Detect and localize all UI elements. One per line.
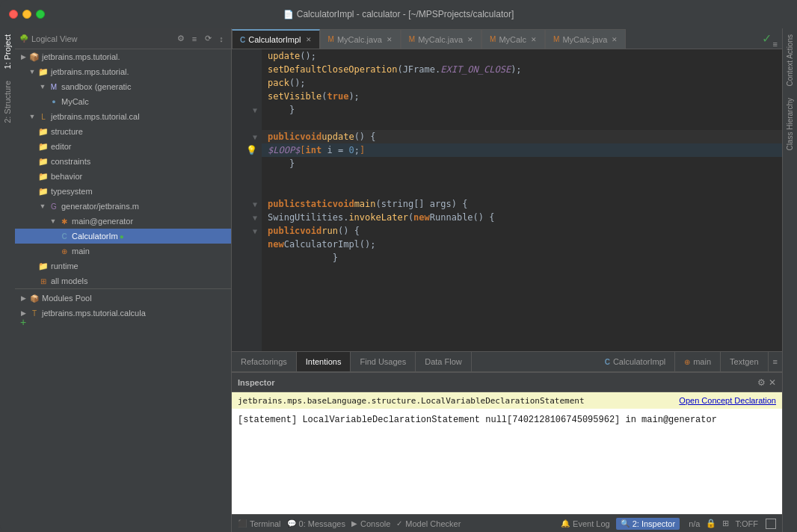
close-button[interactable] [9,10,18,19]
minimize-button[interactable] [22,10,31,19]
code-content[interactable]: update(); setDefaultCloseOperation(JFram… [262,49,782,351]
tab-close-mycalc3[interactable]: ✕ [531,36,537,43]
tree-item-3[interactable]: ▼ M sandbox (generatic [15,79,231,94]
tree-item-8[interactable]: 📁 constraints [15,154,231,169]
tree-label-7: editor [51,142,72,151]
main-circle-icon: ⊕ [684,358,690,366]
tree-label-11: generator/jetbrains.m [61,202,139,211]
main-content: 1: Project 2: Structure 🌳 Logical View ⚙… [0,28,797,532]
event-log-icon: 🔔 [561,519,570,528]
context-actions-tab[interactable]: Context Actions [784,28,796,92]
tab-close-calcimpl[interactable]: ✕ [306,36,312,43]
gutter-5: ▼ [232,103,262,117]
sidebar-expand-icon[interactable]: ↕ [216,34,227,44]
tab-textgen[interactable]: Textgen [721,352,769,371]
tree-item-4[interactable]: ● MyCalc [15,94,231,109]
tab-calcimpl2[interactable]: C CalculatorImpl [596,352,676,371]
tab-data-flow[interactable]: Data Flow [416,352,472,371]
messages-status[interactable]: 💬 0: Messages [287,519,345,528]
open-concept-link[interactable]: Open Concept Declaration [679,396,776,405]
concept-icon-3: M [48,81,60,93]
pkg-icon-5: L [37,111,49,123]
tab-mycalc4[interactable]: M MyCalc.java ✕ [545,29,626,49]
editor-bottom-tabs: Refactorings Intentions Find Usages Data… [232,351,782,372]
code-line-15: new CalculatorImpl(); [262,238,782,251]
tab-close-mycalc4[interactable]: ✕ [612,36,618,43]
code-line-14: public void run() { [262,224,782,238]
tree-arrow-12: ▼ [48,216,58,226]
inspector-close-icon[interactable]: ✕ [769,377,776,388]
gutter-12: ▼ [232,197,262,211]
console-status[interactable]: ▶ Console [351,519,390,528]
tab-refactorings[interactable]: Refactorings [232,352,297,371]
tree-item-2[interactable]: ▼ 📁 jetbrains.mps.tutorial. [15,64,231,79]
sidebar-gear-icon[interactable]: ⚙ [176,34,186,44]
tree-item-15[interactable]: 📁 runtime [15,259,231,273]
gutter-6 [232,117,262,130]
structure-tab[interactable]: 2: Structure [1,75,13,129]
tab-intentions[interactable]: Intentions [297,352,351,371]
inspector-status[interactable]: 🔍 2: Inspector [616,518,680,530]
tab-close-mycalc1[interactable]: ✕ [387,36,393,43]
add-button[interactable]: + [18,317,28,327]
project-tab[interactable]: 1: Project [1,28,13,75]
gutter-4 [232,90,262,103]
gutter-10 [232,170,262,184]
generator-icon-11: G [48,200,60,212]
tree-item-9[interactable]: 📁 behavior [15,169,231,184]
tree-item-13[interactable]: C CalculatorIm ● [15,229,231,244]
sidebar: 🌳 Logical View ⚙ ≡ ⟳ ↕ ▶ 📦 jetbrains.mps… [15,28,232,532]
tab-mycalc2[interactable]: M MyCalc.java ✕ [401,29,481,49]
sidebar-settings-icon[interactable]: ⟳ [203,34,213,44]
fold-marker-7: ▼ [253,133,257,141]
tree-label-8: constraints [51,157,90,166]
inspector-gear-icon[interactable]: ⚙ [757,377,766,388]
tab-calcimpl[interactable]: C CalculatorImpl ✕ [232,29,320,49]
tab-main[interactable]: ⊕ main [675,352,721,371]
tree-item-11[interactable]: ▼ G generator/jetbrains.m [15,199,231,214]
tab-data-flow-label: Data Flow [425,357,462,366]
inspector-toolbar: Inspector ⚙ ✕ [232,373,782,392]
tree-item-16[interactable]: ⊞ all models [15,273,231,288]
modules-pool-item[interactable]: ▶ 📦 Modules Pool [15,291,231,306]
main-icon-14: ⊕ [58,245,70,257]
tree-item-5[interactable]: ▼ L jetbrains.mps.tutorial.cal [15,109,231,124]
package-icon-1: 📦 [28,51,40,63]
tab-mycalc3[interactable]: M MyCalc ✕ [481,29,545,49]
inspector-path-text: jetbrains.mps.baseLanguage.structure.Loc… [238,396,585,406]
lock-icon: 🔒 [706,519,716,528]
tree-item-14[interactable]: ⊕ main [15,244,231,259]
code-line-11 [262,184,782,197]
sidebar-title: Logical View [31,34,78,43]
maximize-button[interactable] [36,10,45,19]
tree-item-7[interactable]: 📁 editor [15,139,231,154]
tutorial-item[interactable]: ▶ T jetbrains.mps.tutorial.calcula [15,306,231,321]
model-checker-status[interactable]: ✓ Model Checker [396,519,461,528]
fold-marker-13: ▼ [253,214,257,222]
inspector-panel: Inspector ⚙ ✕ jetbrains.mps.baseLanguage… [232,372,782,514]
tab-find-usages-label: Find Usages [360,357,406,366]
class-hierarchy-tab[interactable]: Class Hierarchy [784,92,796,157]
event-log-status[interactable]: 🔔 Event Log [561,519,610,528]
bottom-overflow[interactable]: ≡ [769,357,782,366]
tab-find-usages[interactable]: Find Usages [351,352,416,371]
tab-mycalc1[interactable]: M MyCalc.java ✕ [320,29,401,49]
terminal-status[interactable]: ⬛ Terminal [238,519,281,528]
tree-item-1[interactable]: ▶ 📦 jetbrains.mps.tutorial. [15,49,231,64]
tab-close-mycalc2[interactable]: ✕ [467,36,473,43]
gutter-13: ▼ [232,211,262,224]
tree-item-10[interactable]: 📁 typesystem [15,184,231,199]
messages-label: 0: Messages [299,519,345,528]
tree-label-14: main [72,247,90,256]
tab-c-icon: C [240,36,245,44]
tree-item-12[interactable]: ▼ ✱ main@generator [15,214,231,229]
project-tree: ▶ 📦 jetbrains.mps.tutorial. ▼ 📁 jetbrain… [15,49,231,532]
sidebar-filter-icon[interactable]: ≡ [189,34,200,44]
tree-arrow-5: ▼ [27,111,37,122]
sidebar-tree-icon: 🌳 [19,34,28,43]
tree-item-6[interactable]: 📁 structure [15,124,231,139]
folder-icon-7: 📁 [37,140,49,152]
gutter-8: 💡 [232,143,262,157]
mycalc-icon-4: ● [48,96,60,108]
code-line-9: } [262,157,782,170]
